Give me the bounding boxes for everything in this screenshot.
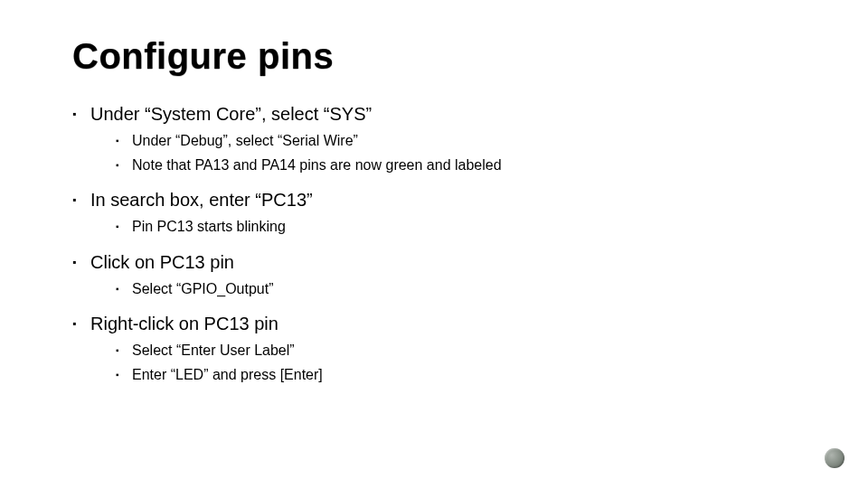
list-item: Under “Debug”, select “Serial Wire” xyxy=(116,130,814,151)
list-item-text: In search box, enter “PC13” xyxy=(90,190,313,210)
slide-number-icon xyxy=(825,448,844,468)
list-item-text: Click on PC13 pin xyxy=(90,252,234,272)
slide: Configure pins Under “System Core”, sele… xyxy=(0,0,868,488)
list-item: In search box, enter “PC13” Pin PC13 sta… xyxy=(72,188,814,237)
list-item: Select “Enter User Label” xyxy=(116,340,814,361)
list-item-text: Pin PC13 starts blinking xyxy=(132,219,286,234)
slide-title: Configure pins xyxy=(72,36,814,77)
list-item-text: Under “Debug”, select “Serial Wire” xyxy=(132,133,358,148)
list-item: Pin PC13 starts blinking xyxy=(116,216,814,237)
sub-list: Under “Debug”, select “Serial Wire” Note… xyxy=(90,130,814,175)
list-item: Enter “LED” and press [Enter] xyxy=(116,364,814,385)
list-item-text: Right-click on PC13 pin xyxy=(90,314,278,333)
list-item-text: Enter “LED” and press [Enter] xyxy=(132,367,323,382)
list-item-text: Select “GPIO_Output” xyxy=(132,281,274,296)
list-item-text: Note that PA13 and PA14 pins are now gre… xyxy=(132,157,502,173)
list-item-text: Select “Enter User Label” xyxy=(132,343,295,358)
list-item: Note that PA13 and PA14 pins are now gre… xyxy=(116,155,814,175)
bullet-list: Under “System Core”, select “SYS” Under … xyxy=(72,102,814,385)
sub-list: Select “Enter User Label” Enter “LED” an… xyxy=(90,340,814,385)
list-item-text: Under “System Core”, select “SYS” xyxy=(90,104,372,124)
list-item: Select “GPIO_Output” xyxy=(116,278,814,299)
list-item: Click on PC13 pin Select “GPIO_Output” xyxy=(72,250,814,299)
sub-list: Select “GPIO_Output” xyxy=(90,278,814,299)
list-item: Under “System Core”, select “SYS” Under … xyxy=(72,102,814,175)
sub-list: Pin PC13 starts blinking xyxy=(90,216,814,237)
list-item: Right-click on PC13 pin Select “Enter Us… xyxy=(72,312,814,385)
